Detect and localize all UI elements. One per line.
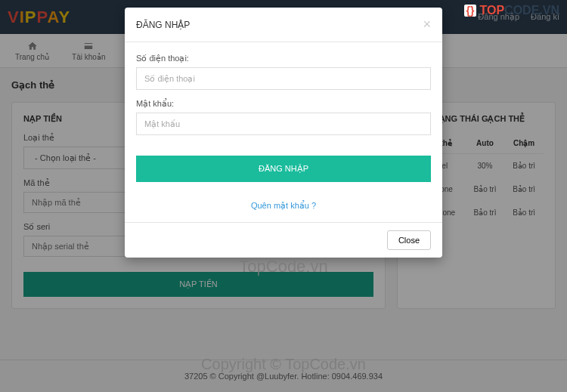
phone-input[interactable] bbox=[136, 67, 431, 90]
password-label: Mật khẩu: bbox=[136, 99, 431, 109]
modal-close-x[interactable]: × bbox=[423, 17, 431, 32]
password-input[interactable] bbox=[136, 113, 431, 135]
modal-title: ĐĂNG NHẬP bbox=[136, 20, 190, 30]
phone-label: Số điện thoại: bbox=[136, 54, 431, 63]
login-modal: ĐĂNG NHẬP × Số điện thoại: Mật khẩu: ĐĂN… bbox=[125, 8, 442, 258]
login-submit-button[interactable]: ĐĂNG NHẬP bbox=[136, 156, 431, 182]
watermark-logo: {}TOPCODE.VN bbox=[464, 4, 559, 17]
modal-close-button[interactable]: Close bbox=[387, 230, 431, 250]
forgot-password-link[interactable]: Quên mật khẩu ? bbox=[136, 201, 431, 211]
